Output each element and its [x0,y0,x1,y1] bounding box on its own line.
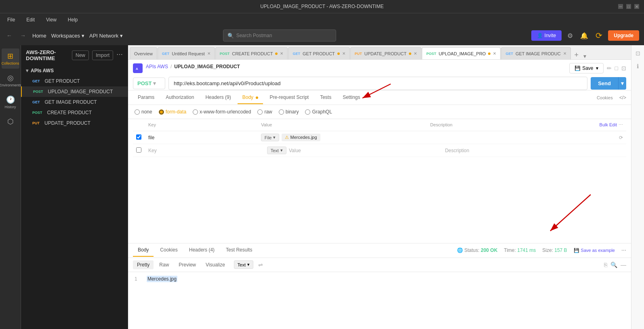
row-checkbox[interactable] [136,134,141,140]
menu-view[interactable]: View [44,15,59,24]
back-button[interactable]: ← [5,31,14,40]
edit-icon[interactable]: ✏ [607,65,612,71]
tab-close-icon[interactable]: ✕ [280,51,283,56]
req-tab-tests[interactable]: Tests [315,91,336,104]
resp-tab-test-results[interactable]: Test Results [221,244,257,257]
file-type-badge[interactable]: File ▾ [261,134,280,141]
forward-button[interactable]: → [19,31,27,40]
tab-get-product[interactable]: GET GET PRODUCT ✕ [288,47,349,59]
collection-item-get-image[interactable]: GET GET IMAGE PRODUCT [21,97,128,107]
import-button[interactable]: Import [92,50,113,60]
req-tab-params[interactable]: Params [133,91,159,104]
api-network-menu[interactable]: API Network ▾ [89,33,123,39]
tab-overview[interactable]: Overview [130,47,157,59]
copy-icon[interactable]: ⎘ [604,262,607,268]
share-icon[interactable]: □ [615,65,618,71]
view-tab-pretty[interactable]: Pretty [133,260,154,269]
sidebar-item-environments[interactable]: ◎ Environments [2,70,19,90]
tab-close-icon[interactable]: ✕ [563,51,566,56]
sidebar-item-mock[interactable]: ⬡ [2,114,19,129]
collapse-icon[interactable]: — [621,262,626,268]
method-select[interactable]: POST ▾ [133,78,165,89]
row-checkbox[interactable] [136,147,141,153]
close-button[interactable]: ✕ [634,4,639,9]
view-tab-visualize[interactable]: Visualize [202,260,229,269]
send-dropdown-button[interactable]: ▾ [618,77,626,90]
minimize-button[interactable]: ─ [618,4,623,9]
tabs-overflow-icon[interactable]: ▾ [583,53,586,59]
radio-raw[interactable]: raw [257,109,272,115]
collection-item-create-product[interactable]: POST CREATE PRODUCT [21,107,128,118]
tab-close-icon[interactable]: ✕ [207,51,210,56]
sidebar-item-history[interactable]: 🕐 History [2,92,19,112]
nav-right: 👤 Invite ⚙ 🔔 ⟳ Upgrade [531,29,639,42]
home-link[interactable]: Home [32,33,46,39]
radio-urlencoded[interactable]: x-www-form-urlencoded [193,109,251,115]
menu-file[interactable]: File [5,15,17,24]
resp-tab-headers[interactable]: Headers (4) [184,244,219,257]
table-row: Key Text ▾ Value Description [133,144,626,157]
view-tab-preview[interactable]: Preview [175,260,200,269]
upgrade-button[interactable]: Upgrade [608,30,639,41]
cookies-link[interactable]: Cookies [597,95,613,100]
url-input[interactable] [168,77,587,90]
req-tab-body[interactable]: Body [238,91,263,104]
format-select[interactable]: Text ▾ [234,260,253,269]
req-tab-settings[interactable]: Settings [338,91,365,104]
more-options-icon[interactable]: ⋯ [116,50,123,60]
workspace-name[interactable]: AWS-ZERO-DOWNTIME [26,49,72,61]
invite-button[interactable]: 👤 Invite [531,30,562,41]
radio-form-data[interactable]: form-data [159,109,186,115]
tab-method-put: PUT [355,52,362,56]
view-tab-raw[interactable]: Raw [155,260,173,269]
settings-icon[interactable]: ⚙ [566,30,575,41]
radio-graphql[interactable]: GraphQL [305,109,332,115]
code-icon[interactable]: </> [619,95,626,101]
search-icon[interactable]: 🔍 [610,262,617,268]
collection-item-get-product[interactable]: GET GET PRODUCT [21,76,128,86]
file-type-badge[interactable]: Text ▾ [267,147,286,154]
tab-create-product[interactable]: POST CREATE PRODUCT ✕ [215,47,288,59]
send-button[interactable]: Send [591,77,618,90]
req-tab-auth[interactable]: Authorization [161,91,199,104]
radio-none[interactable]: none [135,109,152,115]
maximize-button[interactable]: □ [626,4,631,9]
breadcrumb-parent[interactable]: APIs AWS [146,64,168,69]
side-panel-icon[interactable]: ⊡ [621,65,626,71]
tab-close-icon[interactable]: ✕ [414,51,417,56]
new-button[interactable]: New [72,50,89,60]
collection-item-update-product[interactable]: PUT UPDATE_PRODUCT [21,118,128,128]
tab-method-get: GET [293,52,300,56]
save-example-button[interactable]: 💾 Save as example [574,248,615,253]
req-tab-prerequest[interactable]: Pre-request Script [265,91,314,104]
resp-tab-cookies[interactable]: Cookies [155,244,182,257]
workspaces-menu[interactable]: Workspaces ▾ [51,33,84,39]
right-panel-icon-2[interactable]: ℹ [635,61,640,71]
tab-close-icon[interactable]: ✕ [342,51,345,56]
tab-update-product[interactable]: PUT UPDATE_PRODUCT ✕ [350,47,421,59]
notifications-icon[interactable]: 🔔 [579,30,590,41]
tab-close-icon[interactable]: ✕ [493,51,496,56]
collection-item-upload-image[interactable]: POST UPLOAD_IMAGE_PRODUCT [21,86,128,97]
menu-edit[interactable]: Edit [24,15,37,24]
search-bar[interactable]: 🔍 Search Postman [223,29,336,42]
save-button[interactable]: 💾 Save ▾ [569,63,603,73]
radio-binary[interactable]: binary [279,109,299,115]
right-panel-icon-1[interactable]: ⊡ [634,48,642,58]
menu-help[interactable]: Help [65,15,80,24]
history-icon: 🕐 [6,95,15,104]
tab-untitled[interactable]: GET Untitled Request ✕ [158,47,215,59]
add-tab-button[interactable]: + [571,51,582,59]
wrap-icon[interactable]: ⇌ [258,262,263,268]
resp-tab-body[interactable]: Body [133,244,154,257]
request-area: A APIs AWS / UPLOAD_IMAGE_PRODUCT 💾 Save… [128,60,631,90]
sync-icon[interactable]: ⟳ [594,29,604,42]
sidebar-item-collections[interactable]: ⊞ Collections [2,48,19,69]
tab-get-image[interactable]: GET GET IMAGE PRODUC ✕ [501,47,570,59]
tab-upload-image[interactable]: POST UPLOAD_IMAGE_PRO ✕ [422,47,501,59]
more-options-icon[interactable]: ⋯ [621,247,626,253]
collection-group-apis-aws[interactable]: ▾ APIs AWS [21,65,128,76]
refresh-icon[interactable]: ⟳ [619,135,623,140]
bulk-edit-button[interactable]: Bulk Edit [600,122,617,128]
req-tab-headers[interactable]: Headers (9) [200,91,236,104]
